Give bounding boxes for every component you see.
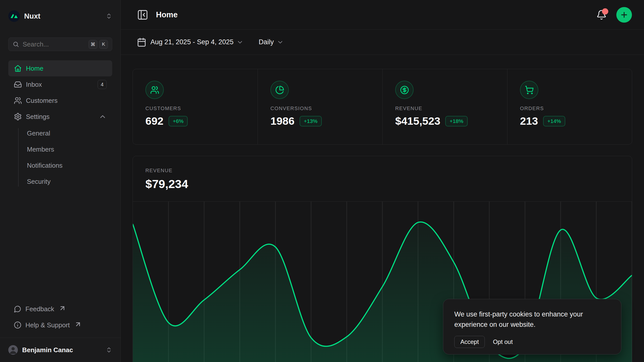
user-menu[interactable]: Benjamin Canac — [0, 338, 120, 362]
stat-label: REVENUE — [395, 106, 495, 111]
stat-delta-badge: +6% — [169, 116, 188, 126]
inbox-icon — [14, 80, 22, 88]
feedback-label: Feedback — [25, 305, 54, 313]
users-icon — [145, 81, 164, 99]
stat-label: ORDERS — [520, 106, 619, 111]
search-input[interactable]: ⌘ K — [8, 37, 112, 51]
circle-dollar-icon — [395, 81, 414, 99]
top-bar: Home — [121, 0, 644, 30]
sidebar-footer: Feedback Help & Support — [8, 301, 112, 338]
info-circle-icon — [14, 321, 21, 329]
notification-dot — [602, 8, 608, 15]
chevron-down-icon — [277, 39, 284, 46]
workspace-selector[interactable]: Nuxt — [8, 7, 112, 25]
pie-chart-icon — [270, 81, 289, 99]
opt-out-button[interactable]: Opt out — [493, 338, 513, 345]
stat-card-customers: CUSTOMERS 692 +6% — [133, 69, 258, 144]
sidebar-item-members[interactable]: Members — [8, 141, 112, 157]
filter-bar: Aug 21, 2025 - Sep 4, 2025 Daily — [121, 30, 644, 55]
chevrons-up-down-icon — [106, 347, 112, 353]
house-icon — [14, 64, 22, 72]
chevron-down-icon — [236, 39, 244, 46]
sidebar-item-notifications[interactable]: Notifications — [8, 157, 112, 173]
help-support-link[interactable]: Help & Support — [8, 317, 112, 333]
inbox-count-badge: 4 — [98, 80, 107, 89]
chevrons-up-down-icon — [106, 13, 112, 19]
page-title: Home — [156, 10, 596, 19]
stat-card-orders: ORDERS 213 +14% — [507, 69, 632, 144]
cookie-message: We use first-party cookies to enhance yo… — [454, 309, 605, 330]
stat-label: CONVERSIONS — [270, 106, 370, 111]
sidebar-item-inbox[interactable]: Inbox 4 — [8, 76, 112, 93]
stat-label: CUSTOMERS — [145, 106, 245, 111]
settings-subnav: General Members Notifications Security — [8, 125, 112, 190]
cmd-key: ⌘ — [89, 40, 97, 49]
search-field[interactable] — [23, 40, 85, 48]
stat-delta-badge: +13% — [300, 116, 322, 126]
search-icon — [13, 41, 19, 48]
sidebar-item-security[interactable]: Security — [8, 173, 112, 190]
feedback-link[interactable]: Feedback — [8, 301, 112, 317]
stat-card-conversions: CONVERSIONS 1986 +13% — [258, 69, 382, 144]
sidebar-collapse-icon[interactable] — [137, 9, 148, 21]
cookie-banner: We use first-party cookies to enhance yo… — [443, 299, 621, 354]
user-name: Benjamin Canac — [22, 346, 101, 354]
chevron-up-icon — [99, 113, 107, 121]
avatar — [8, 345, 18, 355]
help-support-label: Help & Support — [25, 321, 70, 329]
stat-delta-badge: +18% — [445, 116, 467, 126]
sidebar-item-label: Home — [26, 65, 43, 72]
stat-value: 213 — [520, 115, 538, 127]
sidebar-item-label: Customers — [26, 97, 58, 105]
sidebar-item-home[interactable]: Home — [8, 60, 112, 76]
granularity-select[interactable]: Daily — [259, 38, 274, 46]
stat-value: $415,523 — [395, 115, 440, 127]
sidebar-item-label: Inbox — [26, 81, 42, 88]
k-key: K — [99, 40, 108, 49]
sidebar-item-settings[interactable]: Settings — [8, 109, 112, 125]
revenue-chart-total: $79,234 — [145, 177, 619, 191]
stat-value: 692 — [145, 115, 164, 127]
sidebar-nav: Home Inbox 4 Customers Setting — [8, 60, 112, 190]
stats-row: CUSTOMERS 692 +6% CONVERSIONS 1986 +13% — [133, 69, 632, 145]
message-bubble-icon — [14, 305, 21, 313]
stat-card-revenue: REVENUE $415,523 +18% — [382, 69, 507, 144]
shopping-cart-icon — [520, 81, 538, 99]
revenue-chart-label: REVENUE — [145, 168, 619, 173]
external-link-icon — [74, 321, 82, 328]
stat-delta-badge: +14% — [543, 116, 565, 126]
sidebar-item-customers[interactable]: Customers — [8, 93, 112, 109]
add-button[interactable] — [616, 7, 632, 23]
users-icon — [14, 97, 22, 105]
workspace-name: Nuxt — [24, 12, 101, 20]
sidebar-item-general[interactable]: General — [8, 125, 112, 141]
sidebar: Nuxt ⌘ K Home — [0, 0, 121, 362]
accept-button[interactable]: Accept — [454, 336, 485, 348]
external-link-icon — [59, 304, 66, 312]
nuxt-logo-icon — [8, 10, 20, 22]
notifications-button[interactable] — [596, 10, 607, 20]
sidebar-item-label: Settings — [26, 113, 50, 121]
calendar-icon — [137, 37, 146, 47]
gear-icon — [14, 113, 22, 121]
search-shortcut: ⌘ K — [89, 40, 108, 49]
date-range-picker[interactable]: Aug 21, 2025 - Sep 4, 2025 — [150, 38, 233, 46]
stat-value: 1986 — [270, 115, 295, 127]
